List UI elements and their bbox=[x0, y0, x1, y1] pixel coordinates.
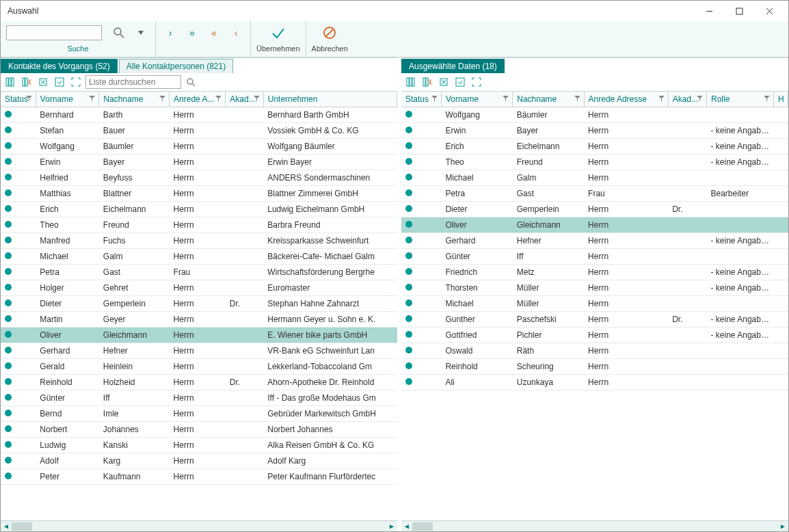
table-row[interactable]: PeterKaufmannHerrnPeter Kaufmann Flurför… bbox=[1, 469, 397, 485]
filter-icon[interactable] bbox=[89, 94, 96, 101]
table-row[interactable]: FriedrichMetzHerrn- keine Angabe - bbox=[401, 265, 788, 280]
col-vorname[interactable]: Vorname bbox=[36, 92, 98, 107]
scroll-left-icon[interactable]: ◄ bbox=[401, 522, 412, 531]
close-button[interactable] bbox=[754, 1, 784, 21]
table-row[interactable]: AliUzunkayaHerrn bbox=[401, 375, 788, 390]
table-row[interactable]: GerhardHefnerHerrnVR-Bank eG Schweinfurt… bbox=[1, 343, 397, 359]
col-anrede[interactable]: Anrede A... bbox=[170, 92, 226, 107]
table-row[interactable]: ErwinBayerHerrn- keine Angabe - bbox=[401, 123, 788, 139]
table-row[interactable]: GottfriedPichlerHerrn- keine Angabe - bbox=[401, 328, 788, 343]
table-row[interactable]: StefanBauerHerrnVossiek GmbH & Co. KG bbox=[1, 123, 397, 139]
nav-first-icon[interactable]: « bbox=[205, 24, 223, 42]
maximize-button[interactable] bbox=[724, 1, 754, 21]
table-row[interactable]: PetraGastFrauWirtschaftsförderung Bergrh… bbox=[1, 265, 397, 280]
scroll-left-icon[interactable]: ◄ bbox=[1, 522, 12, 531]
col-status[interactable]: Status bbox=[401, 92, 441, 107]
table-row[interactable]: PetraGastFrauBearbeiter bbox=[401, 186, 788, 202]
minimize-button[interactable] bbox=[694, 1, 724, 21]
table-row[interactable]: GuntherPaschefskiHerrnDr.- keine Angabe … bbox=[401, 312, 788, 328]
accept-icon[interactable] bbox=[269, 24, 287, 42]
table-row[interactable]: WolfgangBäumlerHerrnWolfgang Bäumler bbox=[1, 139, 397, 155]
filter-icon[interactable] bbox=[697, 94, 704, 101]
col-nachname[interactable]: Nachname bbox=[513, 92, 584, 107]
table-row[interactable]: GeraldHeinleinHerrnLekkerland-Tobaccolan… bbox=[1, 359, 397, 375]
search-input[interactable] bbox=[6, 25, 102, 40]
hscroll-left[interactable]: ◄ ► bbox=[1, 520, 397, 531]
tab-kontakte-vorgang[interactable]: Kontakte des Vorgangs (52) bbox=[1, 59, 118, 73]
filter-icon[interactable] bbox=[764, 94, 771, 101]
table-row[interactable]: TheoFreundHerrnBarbra Freund bbox=[1, 217, 397, 233]
filter-icon[interactable] bbox=[574, 94, 581, 101]
table-row[interactable]: MatthiasBlattnerHerrnBlattner Zimmerei G… bbox=[1, 186, 397, 202]
table-row[interactable]: AdolfKargHerrnAdolf Karg bbox=[1, 453, 397, 469]
scroll-right-icon[interactable]: ► bbox=[386, 522, 397, 531]
table-row[interactable]: MichaelGalmHerrnBäckerei-Cafe- Michael G… bbox=[1, 249, 397, 265]
columns-icon[interactable] bbox=[404, 75, 418, 89]
table-row[interactable]: HelfriedBeyfussHerrnANDERS Sondermaschin… bbox=[1, 170, 397, 186]
table-row[interactable]: GerhardHefnerHerrn- keine Angabe - bbox=[401, 233, 788, 249]
col-rolle[interactable]: Rolle bbox=[707, 92, 774, 107]
col-nachname[interactable]: Nachname bbox=[99, 92, 170, 107]
table-row[interactable]: BerndImleHerrnGebrüder Markewitsch GmbH bbox=[1, 406, 397, 422]
filter-icon[interactable] bbox=[215, 94, 222, 101]
table-row[interactable]: ErwinBayerHerrnErwin Bayer bbox=[1, 155, 397, 170]
table-row[interactable]: TheoFreundHerrn- keine Angabe - bbox=[401, 155, 788, 170]
nav-next-icon[interactable]: › bbox=[161, 24, 179, 42]
table-row[interactable]: ManfredFuchsHerrnKreissparkasse Schweinf… bbox=[1, 233, 397, 249]
table-row[interactable]: MartinGeyerHerrnHermann Geyer u. Sohn e.… bbox=[1, 312, 397, 328]
table-row[interactable]: ReinholdHolzheidHerrnDr.Ahorn-Apotheke D… bbox=[1, 375, 397, 390]
filter-icon[interactable] bbox=[658, 94, 665, 101]
table-row[interactable]: GünterIffHerrnIff - Das große Modehaus G… bbox=[1, 390, 397, 406]
table-row[interactable]: BernhardBarthHerrnBernhard Barth GmbH bbox=[1, 107, 397, 123]
table-row[interactable]: WolfgangBäumlerHerrn bbox=[401, 107, 788, 123]
table-row[interactable]: ThorstenMüllerHerrn- keine Angabe - bbox=[401, 280, 788, 296]
tab-alle-kontakte[interactable]: Alle Kontaktpersonen (821) bbox=[119, 59, 233, 73]
col-anrede[interactable]: Anrede Adresse bbox=[584, 92, 668, 107]
scroll-right-icon[interactable]: ► bbox=[777, 522, 788, 531]
table-row[interactable]: OliverGleichmannHerrn bbox=[401, 217, 788, 233]
grid-search-input[interactable] bbox=[85, 75, 181, 89]
table-row[interactable]: MichaelMüllerHerrn bbox=[401, 296, 788, 312]
export-icon[interactable] bbox=[36, 75, 50, 89]
search-icon[interactable] bbox=[110, 24, 128, 42]
expand-icon[interactable] bbox=[69, 75, 83, 89]
svg-marker-38 bbox=[431, 96, 438, 101]
nav-last-icon[interactable]: » bbox=[183, 24, 201, 42]
refresh-icon[interactable] bbox=[53, 75, 66, 89]
table-row[interactable]: DieterGemperleinHerrnDr. bbox=[401, 202, 788, 217]
table-row[interactable]: LudwigKanskiHerrnAlka Reisen GmbH & Co. … bbox=[1, 438, 397, 453]
grid-search-icon[interactable] bbox=[184, 75, 198, 89]
col-unternehmen[interactable]: Unternehmen bbox=[263, 92, 397, 107]
table-row[interactable]: HolgerGehretHerrnEuromaster bbox=[1, 280, 397, 296]
filter-icon[interactable] bbox=[254, 94, 260, 101]
tab-ausgewaehlte[interactable]: Ausgewählte Daten (18) bbox=[401, 59, 505, 73]
refresh-icon[interactable] bbox=[453, 75, 467, 89]
table-row[interactable]: ReinholdScheuringHerrn bbox=[401, 359, 788, 375]
nav-prev-icon[interactable]: ‹ bbox=[227, 24, 245, 42]
expand-icon[interactable] bbox=[470, 75, 483, 89]
table-row[interactable]: OswaldRäthHerrn bbox=[401, 343, 788, 359]
table-row[interactable]: NorbertJohannesHerrnNorbert Johannes bbox=[1, 422, 397, 438]
table-row[interactable]: MichaelGalmHerrn bbox=[401, 170, 788, 186]
hscroll-right[interactable]: ◄ ► bbox=[401, 520, 788, 531]
col-akad[interactable]: Akad... bbox=[668, 92, 706, 107]
export-icon[interactable] bbox=[437, 75, 451, 89]
col-akad[interactable]: Akad... bbox=[226, 92, 263, 107]
search-dropdown-icon[interactable] bbox=[132, 24, 150, 42]
table-row[interactable]: GünterIffHerrn bbox=[401, 249, 788, 265]
filter-icon[interactable] bbox=[431, 94, 438, 101]
col-h[interactable]: H bbox=[774, 92, 788, 107]
columns-clear-icon[interactable] bbox=[20, 75, 34, 89]
table-row[interactable]: OliverGleichmannHerrnE. Wiener bike part… bbox=[1, 328, 397, 343]
cancel-icon[interactable] bbox=[321, 24, 338, 42]
filter-icon[interactable] bbox=[503, 94, 509, 101]
columns-clear-icon[interactable] bbox=[420, 75, 434, 89]
col-vorname[interactable]: Vorname bbox=[441, 92, 512, 107]
table-row[interactable]: ErichEichelmannHerrnLudwig Eichelmann Gm… bbox=[1, 202, 397, 217]
col-status[interactable]: Status bbox=[1, 92, 36, 107]
filter-icon[interactable] bbox=[26, 94, 33, 101]
columns-icon[interactable] bbox=[3, 75, 17, 89]
table-row[interactable]: ErichEichelmannHerrn- keine Angabe - bbox=[401, 139, 788, 155]
table-row[interactable]: DieterGemperleinHerrnDr.Stephan Hahne Za… bbox=[1, 296, 397, 312]
filter-icon[interactable] bbox=[159, 94, 166, 101]
